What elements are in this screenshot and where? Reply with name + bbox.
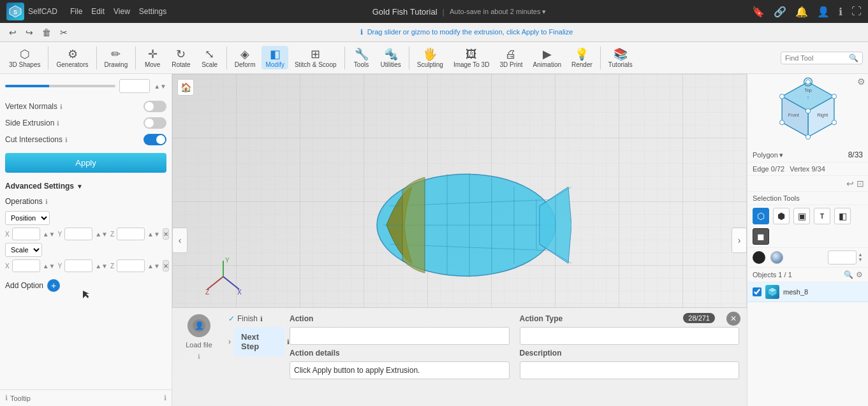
objects-search-icon[interactable]: 🔍 (844, 270, 853, 279)
menu-edit[interactable]: Edit (91, 7, 105, 16)
bookmark-icon[interactable]: 🔖 (752, 6, 765, 18)
redo-button[interactable]: ↪ (23, 26, 36, 39)
tool-scale[interactable]: ⤡ Scale (197, 46, 223, 69)
sel-icon-cube[interactable]: ⬡ (753, 208, 769, 224)
polygon-label[interactable]: Polygon ▾ (753, 151, 783, 159)
object-list-item[interactable]: mesh_8 (747, 282, 868, 302)
action-type-input[interactable]: Edit the selected object (520, 327, 740, 345)
sel-icon-wire[interactable]: ⬢ (773, 208, 790, 224)
tool-drawing[interactable]: ✏ Drawing (101, 46, 132, 69)
nav-arrow-left[interactable]: ‹ (172, 228, 188, 253)
find-tool-area[interactable]: 🔍 (781, 52, 863, 64)
nav-arrow-right[interactable]: › (732, 228, 747, 253)
position-z-input[interactable]: 0 (117, 228, 145, 240)
slider-value-input[interactable]: 30 (119, 79, 150, 93)
finish-step[interactable]: ✓ Finish ℹ (228, 314, 279, 323)
next-step-item[interactable]: › Next Step ℹ (228, 327, 279, 356)
slider-track[interactable] (5, 85, 115, 87)
finish-info[interactable]: ℹ (260, 315, 263, 323)
scale-z-arrows[interactable]: ▲▼ (147, 263, 160, 270)
tool-animation[interactable]: ▶ Animation (529, 46, 565, 69)
advanced-settings-header[interactable]: Advanced Settings ▼ (5, 178, 166, 194)
tool-tools[interactable]: 🔧 Tools (349, 46, 374, 69)
tool-modify[interactable]: ◧ Modify (261, 46, 288, 69)
scale-x-arrows[interactable]: ▲▼ (43, 263, 55, 270)
tool-render[interactable]: 💡 Render (568, 46, 596, 69)
color-globe-button[interactable] (770, 251, 783, 264)
vertex-normals-toggle[interactable] (143, 101, 166, 112)
description-input[interactable] (520, 361, 740, 379)
info-icon[interactable]: ℹ (839, 6, 842, 18)
apply-button[interactable]: Apply (5, 153, 166, 173)
next-step-box[interactable]: Next Step (233, 327, 284, 356)
sel-icon-paint[interactable]: ◼ (753, 228, 769, 245)
find-tool-input[interactable] (785, 54, 849, 62)
tool-rotate[interactable]: ↻ Rotate (168, 46, 194, 69)
side-extrusion-info[interactable]: ℹ (57, 120, 59, 127)
tool-3d-print[interactable]: 🖨 3D Print (496, 47, 526, 69)
cut-intersections-info[interactable]: ℹ (65, 136, 68, 143)
undo-button[interactable]: ↩ (6, 26, 19, 39)
pos-z-arrows[interactable]: ▲▼ (147, 231, 160, 238)
scale-y-arrows[interactable]: ▲▼ (95, 263, 108, 270)
canvas-area[interactable]: Y Z X ‹ › 🏠 28/271 ✕ (172, 74, 747, 406)
scale-x-input[interactable]: -14 (12, 259, 40, 272)
tool-stitch[interactable]: ⊞ Stitch & Scoop (291, 46, 341, 69)
position-dropdown[interactable]: Position (5, 211, 50, 225)
operations-info[interactable]: ℹ (45, 198, 48, 205)
position-x-input[interactable]: 0 (12, 228, 40, 240)
tool-utilities[interactable]: 🔩 Utilities (377, 46, 405, 69)
view-cube[interactable]: ↑ Top Right Front (776, 79, 840, 143)
fullscreen-icon[interactable]: ⛶ (851, 6, 862, 18)
load-file-info[interactable]: ℹ (198, 353, 200, 360)
tool-deform[interactable]: ◈ Deform (231, 46, 260, 69)
tool-tutorials[interactable]: 📚 Tutorials (605, 46, 636, 69)
tooltip-info-icon[interactable]: ℹ (5, 394, 8, 402)
selection-left-icon1[interactable]: ↩ (846, 178, 854, 189)
opacity-arrows[interactable]: ▲ ▼ (858, 252, 863, 263)
cut-intersections-toggle[interactable] (143, 134, 166, 145)
tool-move[interactable]: ✛ Move (140, 46, 165, 69)
position-y-input[interactable]: -4 (64, 228, 92, 240)
action-input[interactable]: Click on Apply. (290, 327, 510, 345)
sel-icon-view[interactable]: ◧ (834, 208, 851, 224)
tooltip-right-icon[interactable]: ℹ (164, 394, 166, 402)
color-black-swatch[interactable] (753, 251, 765, 264)
user-icon[interactable]: 👤 (817, 6, 830, 18)
object-checkbox[interactable] (753, 287, 761, 296)
opacity-input[interactable]: 100 (828, 250, 857, 265)
share-icon[interactable]: 🔗 (774, 6, 786, 18)
tool-image-to-3d[interactable]: 🖼 Image To 3D (450, 47, 494, 69)
objects-settings-icon[interactable]: ⚙ (856, 270, 863, 279)
view-settings-icon[interactable]: ⚙ (857, 76, 865, 87)
load-file-label[interactable]: Load file (186, 341, 212, 349)
scale-dropdown[interactable]: Scale (5, 243, 42, 257)
close-badge-button[interactable]: ✕ (726, 312, 740, 326)
menu-settings[interactable]: Settings (139, 7, 166, 16)
menu-file[interactable]: File (70, 7, 82, 16)
scissors-button[interactable]: ✂ (57, 26, 70, 39)
scale-z-input[interactable]: 0 (117, 259, 145, 272)
position-clear-button[interactable]: ✕ (163, 228, 169, 240)
pos-x-arrows[interactable]: ▲▼ (43, 231, 55, 238)
add-option-button[interactable]: + (47, 279, 60, 292)
vertex-normals-info[interactable]: ℹ (60, 103, 63, 110)
app-logo[interactable]: S SelfCAD (6, 3, 57, 20)
trash-button[interactable]: 🗑 (40, 26, 54, 39)
scale-y-input[interactable]: -30 (64, 259, 92, 272)
scale-clear-button[interactable]: ✕ (163, 260, 169, 272)
sel-icon-text[interactable]: T (814, 208, 830, 224)
top-menu[interactable]: File Edit View Settings (70, 7, 166, 16)
home-button[interactable]: 🏠 (177, 79, 194, 96)
sel-icon-edge[interactable]: ▣ (793, 208, 810, 224)
tool-3d-shapes[interactable]: ⬡ 3D Shapes (5, 46, 44, 69)
bell-icon[interactable]: 🔔 (795, 6, 808, 18)
slider-arrows[interactable]: ▲▼ (154, 83, 166, 90)
side-extrusion-toggle[interactable] (143, 117, 166, 129)
tool-generators[interactable]: ⚙ Generators (52, 46, 92, 69)
menu-view[interactable]: View (114, 7, 130, 16)
tool-sculpting[interactable]: 🖐 Sculpting (413, 46, 447, 69)
autosave-status[interactable]: Auto-save in about 2 minutes ▾ (450, 8, 547, 16)
selection-left-icon2[interactable]: ⊡ (857, 178, 864, 189)
pos-y-arrows[interactable]: ▲▼ (95, 231, 108, 238)
